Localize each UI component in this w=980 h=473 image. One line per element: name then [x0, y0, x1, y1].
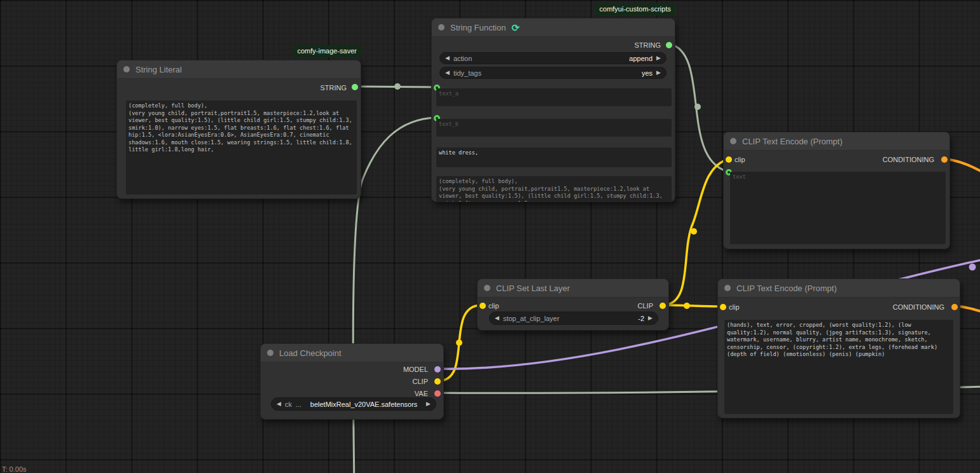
decrement-arrow-icon[interactable]: ◀	[445, 70, 450, 76]
node-title: CLIP Text Encode (Prompt)	[736, 284, 837, 293]
wire-dot-string	[394, 83, 401, 90]
widget-value: append	[629, 55, 652, 62]
wire-conditioning-top-offscreen	[945, 159, 980, 177]
output-label-model: MODEL	[403, 365, 428, 374]
output-label-vae: VAE	[415, 389, 428, 398]
decrement-arrow-icon[interactable]: ◀	[495, 315, 499, 321]
input-label-clip: clip	[735, 155, 745, 164]
output-slot-vae[interactable]	[434, 390, 441, 397]
widget-value: yes	[642, 69, 652, 77]
output-label-conditioning: CONDITIONING	[893, 303, 944, 312]
text-c-area[interactable]: white dress,	[436, 147, 672, 167]
output-slot-model[interactable]	[434, 366, 441, 373]
node-string-literal[interactable]: String Literal STRING (completely, full …	[116, 60, 361, 199]
collapse-dot-icon[interactable]	[438, 24, 445, 31]
increment-arrow-icon[interactable]: ▶	[426, 401, 431, 407]
input-slot-clip[interactable]	[480, 303, 486, 309]
widget-name: stop_at_clip_layer	[503, 315, 634, 322]
collapse-dot-icon[interactable]	[267, 350, 273, 356]
collapse-dot-icon[interactable]	[724, 285, 731, 291]
node-title: String Literal	[135, 65, 182, 74]
increment-arrow-icon[interactable]: ▶	[656, 70, 661, 76]
collapse-dot-icon[interactable]	[123, 66, 130, 72]
node-title-bar: CLIP Text Encode (Prompt)	[718, 279, 960, 298]
node-badge-comfy-image-saver: comfy-image-saver	[293, 45, 361, 57]
collapse-dot-icon[interactable]	[730, 138, 736, 144]
placeholder: text_a	[439, 90, 459, 97]
wire-dot-clip	[684, 303, 690, 309]
node-title-bar: String Literal	[117, 60, 361, 79]
node-badge-comfyui-custom-scripts: comfyui-custom-scripts	[595, 3, 675, 15]
node-graph-canvas[interactable]: comfy-image-saver comfyui-custom-scripts…	[0, 0, 980, 473]
input-label-clip: clip	[488, 301, 499, 310]
node-clip-text-encode-positive[interactable]: CLIP Text Encode (Prompt) clip CONDITION…	[723, 132, 950, 249]
widget-value: beletMixReal_v20VAE.safetensors	[305, 401, 422, 408]
text-b-area[interactable]: text_b	[436, 119, 672, 137]
node-title: CLIP Set Last Layer	[496, 284, 570, 293]
node-clip-set-last-layer[interactable]: CLIP Set Last Layer clip CLIP ◀ stop_at_…	[477, 278, 669, 331]
output-slot-clip[interactable]	[659, 303, 666, 309]
widget-value: -2	[638, 315, 644, 322]
collapse-dot-icon[interactable]	[484, 285, 490, 291]
node-title-bar: CLIP Set Last Layer	[478, 279, 668, 298]
node-title: Load Checkpoint	[279, 348, 342, 358]
output-label-string: STRING	[634, 41, 661, 50]
increment-arrow-icon[interactable]: ▶	[648, 315, 652, 321]
output-label-conditioning: CONDITIONING	[883, 155, 934, 164]
string-literal-text-area[interactable]: (completely, full body), (very young chi…	[126, 100, 357, 195]
placeholder: text	[733, 174, 746, 180]
widget-action[interactable]: ◀ action append ▶	[439, 52, 666, 64]
input-slot-clip[interactable]	[726, 156, 732, 163]
wire-dot-string	[694, 104, 701, 110]
output-slot-conditioning[interactable]	[951, 304, 958, 310]
widget-name: action	[453, 55, 625, 62]
node-title: CLIP Text Encode (Prompt)	[742, 137, 843, 146]
result-text-area[interactable]: (completely, full body), (very young chi…	[436, 176, 672, 202]
placeholder: text_b	[439, 121, 459, 127]
custom-scripts-icon: ⟳	[511, 23, 520, 32]
increment-arrow-icon[interactable]: ▶	[656, 55, 661, 61]
input-label-clip: clip	[729, 303, 740, 312]
wire-setlayer-to-bottom-clip	[663, 305, 722, 306]
output-label-string: STRING	[320, 83, 347, 92]
widget-tidy-tags[interactable]: ◀ tidy_tags yes ▶	[439, 67, 666, 79]
node-clip-text-encode-negative[interactable]: CLIP Text Encode (Prompt) clip CONDITION…	[717, 278, 960, 418]
output-label-clip: CLIP	[638, 301, 653, 310]
widget-ckpt-name[interactable]: ◀ ck ... beletMixReal_v20VAE.safetensors…	[271, 397, 436, 411]
wire-offscreen-to-text-b	[353, 118, 436, 473]
node-title: String Function	[450, 23, 506, 32]
decrement-arrow-icon[interactable]: ◀	[445, 55, 450, 61]
wire-dot-clip	[456, 339, 462, 346]
widget-ellipsis: ...	[296, 401, 301, 408]
output-slot-string[interactable]	[666, 42, 672, 48]
output-slot-clip[interactable]	[434, 378, 441, 385]
widget-name: ck	[285, 401, 292, 408]
wire-dot-clip	[691, 228, 697, 235]
output-slot-conditioning[interactable]	[941, 156, 948, 163]
decrement-arrow-icon[interactable]: ◀	[277, 401, 281, 407]
node-load-checkpoint[interactable]: Load Checkpoint MODEL CLIP VAE ◀ ck ... …	[260, 343, 444, 420]
output-slot-string[interactable]	[352, 84, 358, 90]
widget-name: tidy_tags	[453, 69, 638, 77]
negative-prompt-text-area[interactable]: (hands), text, error, cropped, (worst qu…	[724, 320, 953, 414]
timing-status-text: T: 0.00s	[2, 465, 27, 473]
output-label-clip: CLIP	[413, 377, 428, 386]
text-a-area[interactable]: text_a	[436, 88, 672, 106]
input-slot-clip[interactable]	[720, 304, 726, 310]
wire-dot-model	[969, 264, 976, 271]
node-title-bar: Load Checkpoint	[261, 344, 443, 362]
node-title-bar: String Function ⟳	[432, 18, 675, 37]
prompt-text-area[interactable]: text	[730, 172, 946, 244]
node-title-bar: CLIP Text Encode (Prompt)	[724, 132, 949, 151]
node-string-function[interactable]: String Function ⟳ STRING ◀ action append…	[431, 18, 675, 202]
widget-stop-at-clip-layer[interactable]: ◀ stop_at_clip_layer -2 ▶	[489, 312, 658, 325]
